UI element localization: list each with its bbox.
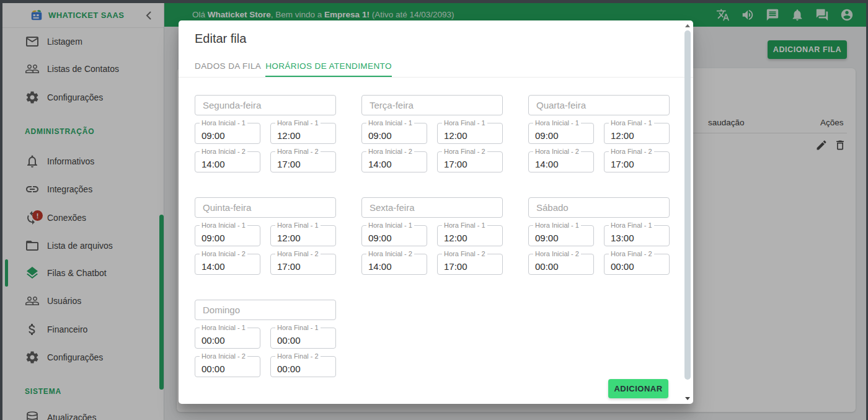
time-field: Hora Inicial - 1 — [528, 225, 594, 246]
time-field: Hora Inicial - 2 — [195, 356, 260, 377]
time-field: Hora Final - 1 — [270, 225, 336, 246]
window-frame-left — [0, 0, 2, 420]
modal-scrollbar[interactable] — [683, 22, 693, 403]
tabs-divider — [179, 77, 693, 78]
edit-queue-modal: Editar fila DADOS DA FILA HORÁRIOS DE AT… — [179, 20, 693, 404]
time-field: Hora Inicial - 1 — [195, 328, 260, 349]
time-field: Hora Final - 2 — [604, 151, 670, 172]
time-field: Hora Final - 2 — [437, 151, 503, 172]
day-name-input[interactable] — [528, 197, 670, 218]
time-field-label: Hora Inicial - 2 — [533, 250, 581, 257]
day-group-segunda: Hora Inicial - 1 Hora Final - 1 Hora Ini… — [195, 95, 336, 172]
time-field-label: Hora Final - 1 — [275, 119, 321, 127]
time-field: Hora Final - 1 — [437, 123, 503, 144]
time-field: Hora Final - 1 — [270, 328, 336, 349]
day-name-input[interactable] — [195, 95, 336, 115]
day-name-input[interactable] — [361, 197, 503, 218]
time-field-label: Hora Final - 1 — [609, 221, 654, 229]
time-field: Hora Final - 2 — [270, 254, 336, 275]
schedule-grid: Hora Inicial - 1 Hora Final - 1 Hora Ini… — [195, 95, 670, 377]
time-field-label: Hora Inicial - 1 — [200, 119, 247, 127]
scroll-down-icon[interactable] — [685, 397, 690, 400]
time-field-label: Hora Inicial - 2 — [366, 250, 414, 257]
time-field-label: Hora Inicial - 1 — [366, 119, 414, 127]
time-field-label: Hora Final - 2 — [609, 250, 654, 257]
time-field: Hora Inicial - 2 — [361, 254, 427, 275]
time-field: Hora Final - 1 — [604, 225, 670, 246]
time-field-label: Hora Final - 2 — [275, 250, 321, 257]
time-field-label: Hora Inicial - 2 — [366, 148, 414, 155]
day-group-sabado: Hora Inicial - 1 Hora Final - 1 Hora Ini… — [528, 197, 670, 275]
time-field-label: Hora Final - 2 — [442, 148, 487, 155]
day-name-input[interactable] — [361, 95, 503, 115]
time-field: Hora Final - 1 — [604, 123, 670, 144]
scrollbar-thumb[interactable] — [684, 30, 691, 380]
time-field: Hora Inicial - 2 — [528, 254, 594, 275]
time-field: Hora Final - 1 — [437, 225, 503, 246]
time-field-label: Hora Final - 2 — [275, 352, 321, 360]
time-field-label: Hora Inicial - 2 — [200, 250, 247, 257]
time-field-label: Hora Final - 1 — [442, 221, 487, 229]
day-group-quinta: Hora Inicial - 1 Hora Final - 1 Hora Ini… — [195, 197, 336, 275]
time-field: Hora Final - 2 — [270, 151, 336, 172]
day-name-input[interactable] — [195, 197, 336, 218]
time-field: Hora Inicial - 1 — [195, 225, 260, 246]
day-group-terca: Hora Inicial - 1 Hora Final - 1 Hora Ini… — [361, 95, 503, 172]
time-field-label: Hora Inicial - 2 — [200, 148, 247, 155]
window-frame-top — [0, 0, 868, 3]
modal-title: Editar fila — [195, 32, 246, 46]
time-field-label: Hora Inicial - 1 — [533, 221, 581, 229]
time-field: Hora Inicial - 2 — [195, 151, 260, 172]
tab-horarios-de-atendimento[interactable]: HORÁRIOS DE ATENDIMENTO — [265, 61, 392, 71]
time-field: Hora Inicial - 1 — [195, 123, 260, 144]
time-field: Hora Inicial - 2 — [361, 151, 427, 172]
scroll-up-icon[interactable] — [685, 24, 690, 27]
time-field: Hora Final - 2 — [270, 356, 336, 377]
time-field-label: Hora Final - 1 — [275, 324, 321, 331]
adicionar-button[interactable]: ADICIONAR — [608, 379, 668, 398]
time-field-label: Hora Final - 1 — [609, 119, 654, 127]
time-field-label: Hora Final - 2 — [442, 250, 487, 257]
time-field-label: Hora Inicial - 1 — [533, 119, 581, 127]
time-field-label: Hora Inicial - 1 — [200, 221, 247, 229]
time-field-label: Hora Inicial - 1 — [200, 324, 247, 331]
time-field: Hora Final - 2 — [437, 254, 503, 275]
time-field-label: Hora Inicial - 1 — [366, 221, 414, 229]
time-field-label: Hora Inicial - 2 — [533, 148, 581, 155]
time-field: Hora Inicial - 2 — [528, 151, 594, 172]
time-field: Hora Final - 2 — [604, 254, 670, 275]
time-field: Hora Inicial - 2 — [195, 254, 260, 275]
day-group-sexta: Hora Inicial - 1 Hora Final - 1 Hora Ini… — [361, 197, 503, 275]
time-field-label: Hora Final - 2 — [275, 148, 321, 155]
day-name-input[interactable] — [528, 95, 670, 115]
time-field: Hora Final - 1 — [270, 123, 336, 144]
time-field: Hora Inicial - 1 — [361, 225, 427, 246]
time-field-label: Hora Final - 1 — [275, 221, 321, 229]
day-group-domingo: Hora Inicial - 1 Hora Final - 1 Hora Ini… — [195, 300, 336, 377]
time-field: Hora Inicial - 1 — [361, 123, 427, 144]
time-field-label: Hora Final - 2 — [609, 148, 654, 155]
time-field-label: Hora Inicial - 2 — [200, 352, 247, 360]
day-name-input[interactable] — [195, 300, 336, 320]
tab-dados-da-fila[interactable]: DADOS DA FILA — [195, 61, 261, 71]
time-field: Hora Inicial - 1 — [528, 123, 594, 144]
day-group-quarta: Hora Inicial - 1 Hora Final - 1 Hora Ini… — [528, 95, 670, 172]
time-field-label: Hora Final - 1 — [442, 119, 487, 127]
